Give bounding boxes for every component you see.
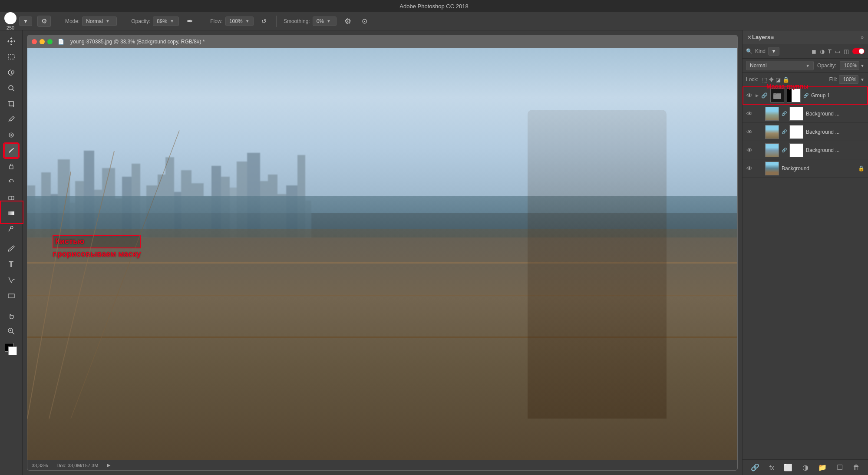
smoothing-settings-btn[interactable]: ⚙: [342, 15, 354, 28]
new-adjustment-btn[interactable]: ◑: [800, 462, 811, 473]
delete-layer-btn[interactable]: 🗑: [850, 462, 862, 473]
annotation-highlight: Кистью: [53, 235, 141, 248]
filter-shape-icon[interactable]: ▭: [834, 47, 841, 56]
hand-tool[interactable]: [4, 308, 19, 323]
filter-pixel-icon[interactable]: ◼: [811, 47, 817, 56]
stamp-tool[interactable]: [4, 159, 19, 174]
fill-arrow[interactable]: ▼: [860, 77, 865, 82]
status-bar: 33,33% Doc: 33,0M/157,3M ▶: [27, 460, 737, 470]
layer-effects-btn[interactable]: fx: [767, 462, 777, 473]
bg-copy2-mask-thumb: [789, 125, 803, 139]
close-window-btn[interactable]: [32, 39, 37, 44]
brush-angle-btn[interactable]: ↺: [259, 16, 269, 26]
quick-selection-tool[interactable]: [4, 81, 19, 96]
lock-pixels-btn[interactable]: ⬚: [762, 76, 767, 83]
smoothing-label: Smoothing:: [284, 18, 310, 24]
svg-rect-7: [10, 166, 13, 169]
healing-brush-tool[interactable]: [4, 128, 19, 142]
eraser-tool[interactable]: [4, 190, 19, 205]
gradient-tool[interactable]: [4, 206, 19, 221]
separator-1: [58, 16, 58, 27]
pressure-btn[interactable]: ⊙: [359, 15, 370, 27]
bg-copy3-chain-icon: 🔗: [782, 148, 787, 152]
marquee-tool[interactable]: [4, 49, 19, 64]
flow-dropdown[interactable]: 100% ▼: [225, 16, 254, 26]
layer-bg-copy3[interactable]: 👁 🔗 Background ...: [743, 141, 868, 159]
filter-smart-icon[interactable]: ◫: [843, 47, 850, 56]
filter-adjust-icon[interactable]: ◑: [819, 47, 825, 56]
filter-icons-group: ◼ ◑ T ▭ ◫: [811, 47, 850, 56]
opacity-arrow-icon: ▼: [170, 19, 174, 23]
mode-value: Normal: [86, 18, 103, 24]
layer-bg-copy1[interactable]: 👁 🔗 Background ...: [743, 105, 868, 123]
brush-settings-btn[interactable]: ⚙: [37, 16, 51, 27]
add-mask-btn[interactable]: ⬜: [781, 462, 795, 473]
minimize-window-btn[interactable]: [40, 39, 45, 44]
panel-menu-btn[interactable]: ≡: [770, 34, 774, 41]
airbrush-btn[interactable]: ✒: [184, 15, 196, 28]
opacity-dropdown[interactable]: 89% ▼: [153, 16, 179, 26]
layer-bg-copy2[interactable]: 👁 🔗 Background ...: [743, 123, 868, 141]
zoom-tool[interactable]: [4, 324, 19, 339]
opacity-panel-arrow[interactable]: ▼: [860, 63, 865, 68]
bg-visibility-btn[interactable]: 👁: [746, 165, 753, 172]
filter-kind-label: Kind: [755, 48, 766, 54]
crop-tool[interactable]: [4, 96, 19, 111]
smoothing-dropdown[interactable]: 0% ▼: [313, 16, 337, 26]
blend-mode-row: Normal ▼ Opacity: 100% ▼: [743, 59, 868, 73]
canvas-viewport[interactable]: Кистью прорисовываем маску: [27, 48, 737, 460]
brush-preview[interactable]: [4, 12, 17, 24]
shape-tool[interactable]: [4, 288, 19, 303]
panel-collapse-btn[interactable]: »: [861, 34, 864, 40]
history-brush-tool[interactable]: [4, 175, 19, 189]
group1-visibility-btn[interactable]: 👁: [746, 92, 753, 99]
document-titlebar: 📄 young-370385.jpg @ 33,3% (Background c…: [27, 35, 737, 48]
filter-toggle[interactable]: [852, 48, 865, 54]
lasso-icon: [7, 69, 15, 76]
blend-mode-arrow: ▼: [805, 63, 810, 68]
new-layer-btn[interactable]: ☐: [834, 462, 845, 473]
path-selection-icon: [7, 276, 15, 284]
mode-dropdown[interactable]: Normal ▼: [82, 16, 117, 26]
brush-preset-dropdown[interactable]: ▼: [19, 16, 32, 26]
maska-annotation: Маска группы: [766, 83, 809, 90]
brush-tool[interactable]: [4, 143, 19, 158]
bg-copy2-visibility-btn[interactable]: 👁: [746, 129, 753, 135]
maximize-window-btn[interactable]: [47, 39, 53, 44]
filter-kind-dropdown[interactable]: ▼: [768, 47, 779, 56]
dodge-burn-tool[interactable]: [4, 221, 19, 236]
brush-preset-group: 250 ▼: [4, 12, 32, 30]
lock-all-btn[interactable]: 🔒: [782, 76, 789, 83]
fill-value[interactable]: 100%: [839, 75, 858, 84]
svg-point-1: [9, 86, 13, 90]
path-selection-tool[interactable]: [4, 273, 19, 287]
layer-filter-row: 🔍 Kind ▼ ◼ ◑ T ▭ ◫: [743, 44, 868, 59]
annotation-container: Кистью прорисовываем маску: [53, 235, 141, 260]
group1-expand-btn[interactable]: ▶: [756, 93, 759, 98]
opacity-panel-value[interactable]: 100%: [840, 61, 859, 70]
bg-copy3-visibility-btn[interactable]: 👁: [746, 147, 753, 154]
opacity-panel-label: Opacity:: [817, 63, 836, 69]
link-layers-btn[interactable]: 🔗: [748, 462, 762, 473]
background-color[interactable]: [8, 346, 17, 355]
doc-size-status: Doc: 33,0M/157,3M: [56, 463, 98, 468]
layer-background[interactable]: 👁 Background 🔒: [743, 159, 868, 178]
new-group-btn[interactable]: 📁: [815, 462, 829, 473]
dropdown-arrow-icon: ▼: [23, 18, 28, 24]
pen-tool[interactable]: [4, 241, 19, 256]
eyedropper-tool[interactable]: [4, 112, 19, 127]
blend-mode-dropdown[interactable]: Normal ▼: [746, 61, 814, 70]
type-tool[interactable]: T: [4, 257, 19, 272]
lock-position-btn[interactable]: ✥: [769, 76, 774, 83]
panel-close-btn[interactable]: ✕: [747, 34, 752, 41]
move-tool[interactable]: [4, 34, 19, 49]
filter-label: 🔍: [746, 48, 752, 54]
lock-artboard-btn[interactable]: ◪: [776, 76, 781, 83]
layers-panel-header: ✕ Layers ≡ »: [743, 30, 868, 44]
layers-list: 👁 ▶ 🔗 🔗 Group 1 👁: [743, 86, 868, 459]
status-arrow-btn[interactable]: ▶: [107, 462, 110, 468]
lock-label: Lock:: [746, 76, 759, 82]
bg-copy1-visibility-btn[interactable]: 👁: [746, 110, 753, 117]
filter-text-icon[interactable]: T: [827, 47, 832, 56]
lasso-tool[interactable]: [4, 65, 19, 80]
